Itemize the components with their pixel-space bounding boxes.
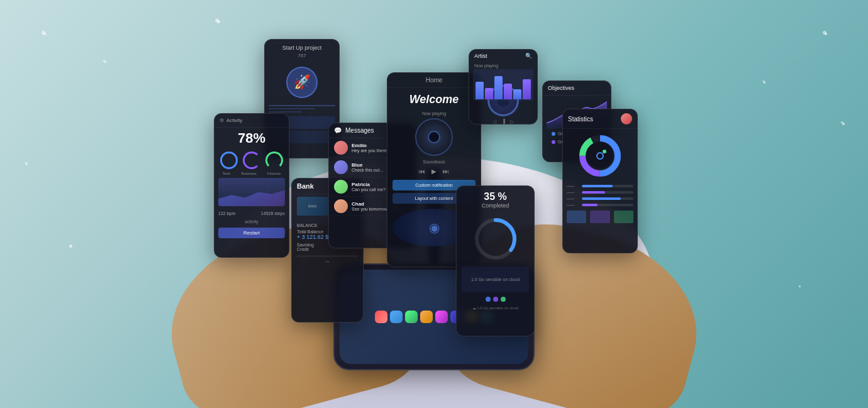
home-header: Home [387, 73, 481, 88]
svg-point-13 [103, 60, 106, 62]
statistics-donut [578, 134, 622, 178]
objectives-chart [547, 98, 607, 130]
svg-point-4 [582, 138, 618, 174]
svg-point-16 [823, 31, 826, 35]
startup-header: Start Up project 787 [265, 40, 339, 64]
main-scene: Start Up project 787 🚀 ⚙ Activity 78% [0, 0, 868, 408]
dj-disc-center [428, 131, 440, 143]
svg-point-15 [762, 80, 765, 83]
app-icon-8 [481, 311, 493, 323]
svg-point-12 [42, 31, 45, 35]
welcome-text: Welcome [387, 88, 481, 111]
startup-rocket-icon: 🚀 [286, 67, 318, 98]
bar-fill-1 [582, 185, 613, 187]
msg-preview-1: Hey are you there? [352, 148, 389, 153]
vol-left-icon: ◁ [492, 119, 496, 124]
vol-bar-icon: ▐ [501, 119, 505, 124]
app-icon-1 [375, 311, 387, 323]
now-playing-label: Now playing [387, 111, 481, 116]
tech-label: Tech [223, 172, 231, 175]
objectives-header: Objectives [543, 81, 611, 96]
svg-point-18 [841, 121, 843, 124]
phone [333, 263, 535, 370]
app-icon-7 [465, 311, 478, 323]
artist-now-playing: Now playing [469, 62, 537, 69]
app-icon-6 [450, 311, 463, 323]
finance-label: Finance [267, 172, 281, 175]
artist-visualization [473, 69, 533, 101]
svg-point-6 [587, 143, 613, 168]
svg-line-11 [764, 33, 825, 82]
donut-business [243, 152, 260, 169]
svg-line-9 [43, 33, 104, 61]
app-icon-5 [435, 311, 448, 323]
app-icon-3 [405, 311, 418, 323]
app-icon-2 [390, 311, 403, 323]
contact-name-1: Emilio [352, 143, 389, 148]
artist-circle-visual [487, 85, 519, 116]
messages-title: Messages [345, 127, 374, 134]
artist-title: Artist [474, 53, 487, 59]
donut-svg [578, 134, 622, 178]
messages-header: 💬 Messages [329, 123, 416, 138]
vol-right-icon: ▷ [510, 119, 514, 124]
bpm-stat: 122 bpm [218, 211, 235, 216]
obj-label-1: Goal A [558, 131, 571, 136]
statistics-header: Statistics [563, 109, 637, 129]
phone-screen [340, 270, 528, 364]
msg-item-1: Emilio Hey are you there? [329, 138, 416, 158]
user-avatar [621, 113, 632, 124]
donut-finance [265, 152, 283, 169]
obj-label-2: Goal B [558, 140, 571, 144]
card-artist: Artist 🔍 Now playing ◁ ▐ [469, 49, 538, 124]
search-icon[interactable]: 🔍 [525, 53, 532, 59]
svg-point-2 [582, 138, 618, 174]
card-objectives: Objectives [542, 80, 611, 162]
activity-percentage: 78% [214, 128, 289, 149]
app-icon-4 [420, 311, 433, 323]
obj-item-1: Goal A [547, 130, 607, 138]
artist-header: Artist 🔍 [469, 50, 537, 62]
activity-title: Activity [226, 118, 242, 123]
activity-header: ⚙ Activity [214, 114, 289, 128]
avatar-1 [334, 141, 348, 155]
chat-icon: 💬 [334, 127, 342, 134]
svg-line-10 [104, 20, 217, 61]
obj-dot-1 [552, 132, 555, 136]
svg-point-7 [597, 153, 603, 159]
activity-circles [214, 149, 289, 172]
svg-point-3 [582, 138, 618, 174]
startup-title: Start Up project [282, 45, 322, 51]
startup-number: 787 [298, 53, 306, 58]
svg-point-17 [25, 162, 27, 165]
svg-point-5 [582, 138, 618, 174]
business-label: Business [241, 172, 256, 175]
card-startup: Start Up project 787 🚀 [264, 39, 340, 158]
donut-tech [220, 152, 238, 169]
obj-dot-2 [552, 140, 555, 144]
bar-bg-1 [582, 185, 633, 187]
dj-disc [415, 118, 453, 156]
obj-item-2: Goal B [547, 138, 607, 146]
statistics-title: Statistics [568, 116, 593, 123]
svg-point-14 [215, 18, 219, 22]
svg-point-8 [603, 150, 606, 153]
